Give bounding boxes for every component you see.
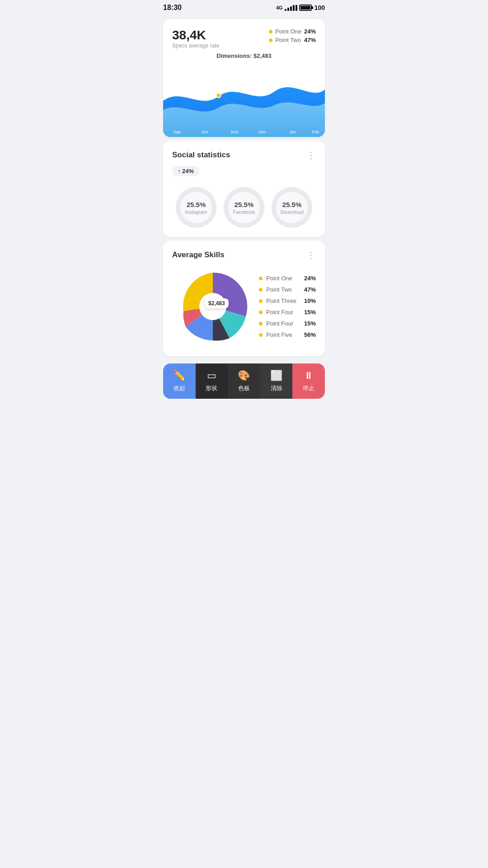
chart-title-block: 38,4K Specs average rate: [172, 28, 219, 49]
battery-icon: [299, 5, 312, 11]
status-right: 4G 100: [276, 4, 325, 11]
pause-icon: ⏸: [304, 370, 314, 382]
circle-name-1: Instagram: [185, 209, 207, 215]
pie-tooltip-value: $2,483: [208, 300, 225, 307]
toolbar-btn-clear[interactable]: ⬜ 清除: [260, 363, 293, 399]
toolbar-btn-collapse[interactable]: ✏️ 收起: [163, 363, 196, 399]
signal-bar-4: [293, 5, 295, 11]
skills-legend-4: Point Four 15%: [259, 320, 316, 327]
skills-value-4: 15%: [304, 320, 316, 327]
circle-ring-2: 25.5% Facebook: [224, 187, 264, 228]
svg-text:Sep: Sep: [174, 130, 181, 134]
toolbar-label-0: 收起: [174, 384, 185, 392]
legend-dot-2: [269, 38, 272, 42]
skills-card-header: Average Skills ⋮: [172, 250, 316, 260]
svg-text:Oct: Oct: [202, 130, 208, 134]
skills-label-4: Point Four: [266, 320, 300, 327]
skills-legend-3: Point Four 15%: [259, 309, 316, 316]
wave-chart-svg: Sep Oct Nov Dec Jan Feb: [163, 65, 325, 137]
legend-dot-1: [269, 30, 272, 33]
circle-ring-1: 25.5% Instagram: [176, 187, 216, 228]
legend-item-1: Point One 24%: [269, 28, 316, 35]
skills-legend-1: Point Two 47%: [259, 286, 316, 293]
circle-pct-1: 25.5%: [187, 201, 206, 208]
status-bar: 18:30 4G 100: [156, 0, 332, 15]
skills-more-icon[interactable]: ⋮: [306, 250, 316, 260]
skills-label-5: Point Five: [266, 331, 300, 338]
skills-value-1: 47%: [304, 286, 316, 293]
eraser-icon: ⬜: [270, 370, 282, 382]
legend-label-1: Point One: [275, 28, 301, 35]
toolbar-btn-palette[interactable]: 🎨 色板: [228, 363, 260, 399]
chart-card: 38,4K Specs average rate Point One 24% P…: [163, 19, 325, 137]
svg-text:Dec: Dec: [259, 130, 267, 134]
circle-pct-3: 25.5%: [282, 201, 302, 208]
svg-text:Jan: Jan: [289, 130, 296, 134]
status-time: 18:30: [163, 4, 182, 12]
social-card-header: Social statistics ⋮: [172, 150, 316, 160]
palette-icon: 🎨: [238, 370, 250, 382]
pie-tooltip: $2,483: [205, 298, 229, 308]
signal-bar-1: [285, 9, 286, 11]
skills-value-0: 24%: [304, 275, 316, 282]
battery-level: 100: [314, 4, 325, 11]
signal-bar-3: [290, 6, 292, 11]
pencil-icon: ✏️: [173, 370, 185, 382]
circle-instagram: 25.5% Instagram: [176, 187, 216, 228]
legend-value-1: 24%: [304, 28, 316, 35]
toolbar-label-2: 色板: [238, 384, 250, 392]
legend-item-2: Point Two 47%: [269, 37, 316, 43]
skills-value-3: 15%: [304, 309, 316, 316]
circle-ring-3: 25.5% Souncloud: [272, 187, 312, 228]
skills-dot-5: [259, 333, 263, 337]
chart-dimension: Dimensions: $2,483: [172, 52, 316, 59]
skills-dot-4: [259, 322, 263, 326]
svg-text:Nov: Nov: [231, 130, 239, 134]
signal-bar-2: [287, 8, 289, 11]
skills-card: Average Skills ⋮ $2,4: [163, 241, 325, 356]
legend-label-2: Point Two: [275, 37, 301, 43]
toolbar-label-1: 形状: [206, 384, 217, 392]
social-badge: ↑ 24%: [172, 166, 199, 176]
badge-text: ↑ 24%: [178, 168, 194, 175]
toolbar-label-4: 停止: [303, 384, 314, 392]
chart-legend: Point One 24% Point Two 47%: [269, 28, 316, 43]
shape-icon: ▭: [207, 370, 216, 382]
skills-legend-2: Point Three 10%: [259, 297, 316, 304]
circle-facebook: 25.5% Facebook: [224, 187, 264, 228]
skills-dot-2: [259, 299, 263, 303]
toolbar: ✏️ 收起 ▭ 形状 🎨 色板 ⬜ 清除 ⏸ 停止: [163, 363, 325, 399]
wave-chart: Sep Oct Nov Dec Jan Feb: [163, 65, 325, 137]
skills-dot-3: [259, 311, 263, 314]
chart-subtitle: Specs average rate: [172, 42, 219, 49]
skills-dot-1: [259, 288, 263, 292]
toolbar-btn-stop[interactable]: ⏸ 停止: [292, 363, 325, 399]
chart-header: 38,4K Specs average rate Point One 24% P…: [172, 28, 316, 49]
skills-dot-0: [259, 277, 263, 280]
skills-legend-5: Point Five 56%: [259, 331, 316, 338]
circles-row: 25.5% Instagram 25.5% Facebook 25.5% Sou…: [172, 187, 316, 228]
skills-card-title: Average Skills: [172, 250, 225, 259]
social-card-title: Social statistics: [172, 151, 230, 160]
circle-pct-2: 25.5%: [235, 201, 254, 208]
svg-text:Feb: Feb: [312, 130, 319, 134]
chart-value: 38,4K: [172, 28, 219, 42]
legend-value-2: 47%: [304, 37, 316, 43]
signal-bar-5: [296, 5, 297, 11]
toolbar-btn-shape[interactable]: ▭ 形状: [196, 363, 228, 399]
skills-label-0: Point One: [266, 275, 300, 282]
skills-label-2: Point Three: [266, 297, 300, 304]
skills-label-1: Point Two: [266, 286, 300, 293]
signal-bars: [285, 5, 297, 11]
network-label: 4G: [276, 5, 283, 10]
toolbar-label-3: 清除: [271, 384, 282, 392]
skills-legend-0: Point One 24%: [259, 275, 316, 282]
circle-name-3: Souncloud: [280, 209, 304, 215]
skills-value-5: 56%: [304, 331, 316, 338]
pie-chart-container: $2,483: [172, 266, 253, 347]
social-more-icon[interactable]: ⋮: [306, 150, 316, 160]
circle-name-2: Facebook: [233, 209, 255, 215]
circle-soundcloud: 25.5% Souncloud: [272, 187, 312, 228]
skills-body: $2,483 Point One 24% Point Two 47% Point…: [172, 266, 316, 347]
skills-label-3: Point Four: [266, 309, 300, 316]
